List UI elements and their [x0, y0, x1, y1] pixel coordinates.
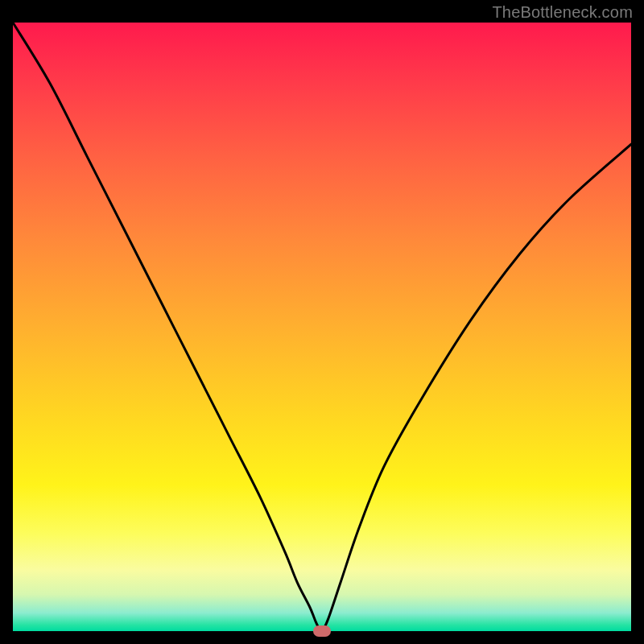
- bottleneck-curve: [13, 23, 631, 631]
- optimal-point-marker: [313, 625, 331, 637]
- watermark-text: TheBottleneck.com: [492, 3, 633, 22]
- chart-frame: [13, 23, 631, 631]
